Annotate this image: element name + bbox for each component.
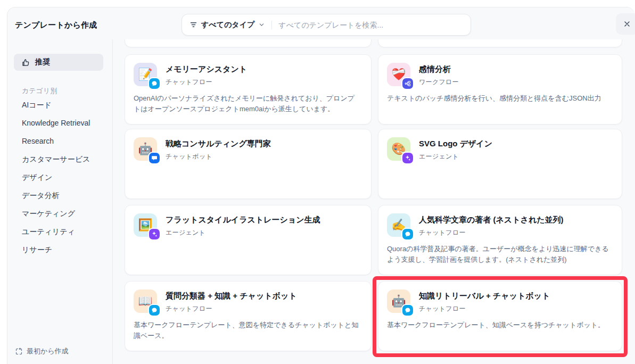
card-type-label: チャットフロー xyxy=(166,78,247,87)
card-description: Quoraの科学普及記事の著者。ユーザーが概念をより迅速に理解できるよう支援し、… xyxy=(387,244,613,265)
app-icon-tile: 📝 xyxy=(134,63,157,86)
page-title: テンプレートから作成 xyxy=(15,20,97,30)
type-filter-dropdown[interactable]: すべてのタイプ xyxy=(189,20,265,30)
card-description: 基本ワークフローテンプレート、知識ベースを持つチャットボット。 xyxy=(387,320,613,330)
card-type-label: エージェント xyxy=(419,152,492,161)
card-header: ❤️‍🩹感情分析ワークフロー xyxy=(387,63,613,87)
chevron-down-icon xyxy=(258,21,265,28)
card-type-label: チャットフロー xyxy=(419,228,564,237)
sidebar-item-category[interactable]: ユーティリティ xyxy=(7,222,112,241)
card-title: 人気科学文章の著者 (ネストされた並列) xyxy=(419,215,564,225)
card-type-label: エージェント xyxy=(166,228,320,237)
card-meta: 人気科学文章の著者 (ネストされた並列)チャットフロー xyxy=(419,213,564,237)
card-meta: 質問分類器 + 知識 + チャットボットチャットフロー xyxy=(166,289,297,313)
card-meta: メモリーアシスタントチャットフロー xyxy=(166,63,247,87)
template-grid: 📝メモリーアシスタントチャットフローOpenAIのパーソナライズされたメモリーに… xyxy=(113,7,635,364)
sidebar-item-recommended[interactable]: 推奨 xyxy=(14,54,103,71)
close-icon xyxy=(623,20,631,28)
card-title: 感情分析 xyxy=(419,64,459,75)
template-card[interactable]: ✍️人気科学文章の著者 (ネストされた並列)チャットフローQuoraの科学普及記… xyxy=(378,205,622,275)
chatflow-badge-icon xyxy=(149,78,160,89)
category-section-header: カテゴリ別 xyxy=(22,86,57,96)
sidebar-item-category[interactable]: AIコード xyxy=(7,96,112,114)
chatflow-badge-icon xyxy=(149,305,160,316)
workflow-badge-icon xyxy=(402,78,413,89)
template-card[interactable]: 🎨SVG Logo デザインエージェント xyxy=(378,129,622,199)
sidebar-item-category[interactable]: マーケティング xyxy=(7,204,112,222)
card-type-label: チャットフロー xyxy=(419,304,550,313)
card-header: 🤖知識リトリーバル + チャットボットチャットフロー xyxy=(387,289,613,313)
app-icon-tile: 📖 xyxy=(134,289,157,313)
card-title: 知識リトリーバル + チャットボット xyxy=(419,291,550,301)
sidebar-item-category[interactable]: デザイン xyxy=(7,168,112,186)
card-title: 質問分類器 + 知識 + チャットボット xyxy=(166,291,297,301)
card-header: 🖼️フラットスタイルイラストレーション生成エージェント xyxy=(134,213,362,237)
card-meta: SVG Logo デザインエージェント xyxy=(419,137,492,161)
card-meta: 知識リトリーバル + チャットボットチャットフロー xyxy=(419,289,550,313)
card-meta: 感情分析ワークフロー xyxy=(419,63,459,87)
chatbot-badge-icon xyxy=(149,153,160,163)
app-icon-tile: 🖼️ xyxy=(134,213,157,237)
card-title: メモリーアシスタント xyxy=(166,64,247,75)
card-meta: 戦略コンサルティング専門家チャットボット xyxy=(166,137,271,161)
sidebar-item-category[interactable]: カスタマーサービス xyxy=(7,150,112,168)
create-blank-icon xyxy=(15,348,23,355)
app-icon-tile: 🎨 xyxy=(387,137,410,161)
modal-header: テンプレートから作成 すべてのタイプ xyxy=(7,7,635,39)
card-type-label: ワークフロー xyxy=(419,78,459,87)
app-icon-tile: ✍️ xyxy=(387,213,410,237)
app-icon-tile: ❤️‍🩹 xyxy=(387,63,410,86)
sidebar-item-category[interactable]: Knowledge Retrieval xyxy=(7,114,112,132)
template-card[interactable]: ❤️‍🩹感情分析ワークフローテキストのバッチ感情分析を行い、感情分類と得点を含む… xyxy=(378,54,622,125)
type-filter-label: すべてのタイプ xyxy=(201,20,254,30)
template-card[interactable]: 🤖戦略コンサルティング専門家チャットボット xyxy=(125,129,372,199)
card-header: 🤖戦略コンサルティング専門家チャットボット xyxy=(134,137,362,161)
agent-badge-icon xyxy=(402,153,413,163)
create-from-blank-label: 最初から作成 xyxy=(27,346,69,356)
template-search-input[interactable] xyxy=(278,21,467,29)
sidebar-item-category[interactable]: リサーチ xyxy=(7,241,112,259)
card-title: 戦略コンサルティング専門家 xyxy=(166,139,271,149)
card-meta: フラットスタイルイラストレーション生成エージェント xyxy=(166,213,320,237)
divider xyxy=(271,21,272,29)
close-button[interactable] xyxy=(616,13,635,35)
app-icon-tile: 🤖 xyxy=(387,289,410,313)
agent-badge-icon xyxy=(149,229,160,239)
template-card[interactable]: 📖質問分類器 + 知識 + チャットボットチャットフロー基本ワークフローテンプレ… xyxy=(125,281,372,351)
sidebar-item-category[interactable]: データ分析 xyxy=(7,186,112,204)
card-type-label: チャットフロー xyxy=(166,304,297,313)
category-list: AIコードKnowledge RetrievalResearchカスタマーサービ… xyxy=(7,96,112,259)
create-from-template-modal: 📝メモリーアシスタントチャットフローOpenAIのパーソナライズされたメモリーに… xyxy=(7,7,635,364)
chatflow-badge-icon xyxy=(402,305,413,316)
filter-icon xyxy=(189,21,197,29)
template-card[interactable]: 📝メモリーアシスタントチャットフローOpenAIのパーソナライズされたメモリーに… xyxy=(125,54,372,125)
card-header: ✍️人気科学文章の著者 (ネストされた並列)チャットフロー xyxy=(387,213,613,237)
template-card[interactable]: 🤖知識リトリーバル + チャットボットチャットフロー基本ワークフローテンプレート… xyxy=(378,281,622,351)
card-description: OpenAIのパーソナライズされたメモリーに触発されており、プロンプトはオープン… xyxy=(134,93,362,114)
thumbs-up-icon xyxy=(21,58,30,67)
chatflow-badge-icon xyxy=(402,229,413,239)
card-description: 基本ワークフローテンプレート、意図を特定できるチャットボットと知識ベース。 xyxy=(134,320,362,341)
category-sidebar: 推奨 カテゴリ別 AIコードKnowledge RetrievalResearc… xyxy=(7,39,113,364)
search-bar: すべてのタイプ xyxy=(182,14,471,36)
sidebar-item-label: 推奨 xyxy=(35,57,50,67)
card-title: SVG Logo デザイン xyxy=(419,139,492,149)
card-header: 📝メモリーアシスタントチャットフロー xyxy=(134,63,362,87)
create-from-blank-button[interactable]: 最初から作成 xyxy=(15,346,69,356)
card-header: 📖質問分類器 + 知識 + チャットボットチャットフロー xyxy=(134,289,362,313)
card-header: 🎨SVG Logo デザインエージェント xyxy=(387,137,613,161)
card-title: フラットスタイルイラストレーション生成 xyxy=(166,215,320,225)
card-description: テキストのバッチ感情分析を行い、感情分類と得点を含むJSON出力 xyxy=(387,93,613,104)
app-icon-tile: 🤖 xyxy=(134,137,157,161)
template-card[interactable]: 🖼️フラットスタイルイラストレーション生成エージェント xyxy=(125,205,372,275)
sidebar-item-category[interactable]: Research xyxy=(7,132,112,150)
card-type-label: チャットボット xyxy=(166,152,271,161)
